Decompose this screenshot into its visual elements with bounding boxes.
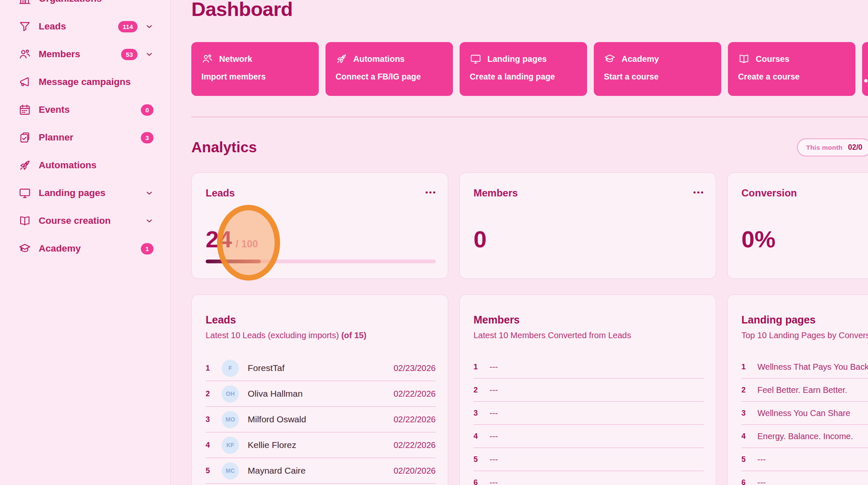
table-row[interactable]: 2Feel Better. Earn Better. [741, 379, 868, 402]
stat-title: Leads [206, 187, 235, 199]
sidebar-item-academy[interactable]: Academy 1 [0, 235, 170, 262]
avatar: F [222, 360, 239, 377]
row-rank: 1 [206, 364, 222, 373]
row-rank: 6 [741, 478, 757, 485]
row-rank: 4 [741, 432, 757, 441]
table-row[interactable]: 3 MO Milford Oswald 02/22/2026 [206, 407, 436, 432]
sidebar-item-course-creation[interactable]: Course creation [0, 207, 170, 235]
table-row[interactable]: 4Energy. Balance. Income. [741, 425, 868, 448]
table-row[interactable]: 3Wellness You Can Share [741, 402, 868, 425]
sidebar-item-planner[interactable]: Planner 3 [0, 124, 170, 151]
section-divider [191, 117, 868, 117]
sidebar-item-label: Events [39, 104, 133, 115]
chevron-down-icon[interactable] [145, 50, 153, 58]
row-rank: 2 [741, 386, 757, 395]
leads-current-value: 24 [206, 228, 232, 251]
lead-date: 02/22/2026 [394, 389, 436, 399]
row-rank: 2 [474, 386, 490, 395]
row-rank: 3 [474, 409, 490, 418]
lead-name: Maynard Caire [248, 466, 394, 476]
table-row[interactable]: 6--- [474, 471, 704, 485]
quick-action-subtitle: Start a course [604, 72, 711, 82]
sidebar-item-label: Landing pages [39, 188, 138, 199]
lists-row: Leads Latest 10 Leads (excluding imports… [191, 294, 868, 485]
sidebar-item-label: Members [39, 49, 114, 60]
list-subtitle: Latest 10 Leads (excluding imports) (of … [206, 329, 436, 341]
quick-action-subtitle: Connect a FB/IG page [336, 72, 443, 82]
table-row[interactable]: 5 MC Maynard Caire 02/20/2026 [206, 458, 436, 484]
chevron-down-icon[interactable] [145, 217, 153, 225]
stat-value: 24 / 100 [206, 228, 258, 251]
chevron-down-icon[interactable] [145, 189, 153, 197]
chevron-down-icon[interactable] [145, 22, 153, 31]
table-row[interactable]: 5--- [741, 448, 868, 471]
row-value: --- [490, 432, 498, 441]
open-book-icon [738, 53, 750, 65]
lead-name: Oliva Hallman [248, 389, 394, 399]
sidebar-item-label: Course creation [39, 215, 138, 226]
avatar: MC [222, 462, 239, 480]
quick-action-title: Landing pages [487, 54, 547, 64]
landing-pages-list-card: Landing pages Top 10 Landing Pages by Co… [727, 294, 868, 485]
landing-pages-rows: 1Wellness That Pays You Back 2Feel Bette… [741, 355, 868, 485]
stats-row: Leads 24 / 100 Members 0 Conversion 0% [191, 172, 868, 279]
main-content: Dashboard Network Import members Automat… [171, 0, 868, 485]
monitor-icon [470, 53, 482, 65]
members-list-card: Members Latest 10 Members Converted from… [459, 294, 716, 485]
table-row[interactable]: 1--- [474, 355, 704, 379]
planner-count-badge: 3 [141, 132, 153, 143]
sidebar-item-members[interactable]: Members 53 [0, 40, 170, 68]
quick-action-partial[interactable] [862, 42, 868, 96]
leads-max-value: / 100 [236, 239, 258, 249]
period-filter-chip[interactable]: This month 02/0 [797, 138, 868, 156]
period-label: This month [806, 144, 843, 151]
sidebar-item-events[interactable]: Events 0 [0, 96, 170, 124]
table-row[interactable]: 2 OH Oliva Hallman 02/22/2026 [206, 381, 436, 407]
rocket-icon [336, 53, 347, 65]
row-value: --- [490, 478, 498, 485]
analytics-heading: Analytics [191, 139, 257, 156]
row-value: Wellness That Pays You Back [757, 362, 868, 372]
table-row[interactable]: 4--- [474, 425, 704, 448]
sidebar-item-organizations[interactable]: Organizations [0, 0, 170, 13]
row-value: --- [490, 362, 498, 372]
graduation-cap-icon [19, 242, 31, 255]
ellipsis-menu-icon[interactable] [693, 191, 703, 193]
events-count-badge: 0 [141, 104, 153, 116]
lead-name: Milford Oswald [248, 414, 394, 424]
sidebar-nav: Organizations Leads 114 Members 53 Messa… [0, 0, 170, 262]
quick-action-landing-pages[interactable]: Landing pages Create a landing page [460, 42, 587, 96]
quick-action-automations[interactable]: Automations Connect a FB/IG page [326, 42, 453, 96]
quick-action-academy[interactable]: Academy Start a course [594, 42, 721, 96]
row-value: --- [490, 408, 498, 418]
quick-action-network[interactable]: Network Import members [191, 42, 319, 96]
table-row[interactable]: 1Wellness That Pays You Back [741, 355, 868, 379]
row-value: --- [757, 478, 766, 485]
sidebar-item-message-campaigns[interactable]: Message campaigns [0, 68, 170, 96]
sidebar-item-label: Academy [39, 243, 133, 254]
open-book-icon [19, 215, 31, 227]
partial-icon [864, 79, 868, 82]
avatar: KF [222, 437, 239, 454]
table-row[interactable]: 4 KF Kellie Florez 02/22/2026 [206, 432, 436, 458]
sidebar-item-automations[interactable]: Automations [0, 151, 170, 179]
megaphone-icon [19, 76, 31, 88]
sidebar-item-landing-pages[interactable]: Landing pages [0, 179, 170, 207]
table-row[interactable]: 5--- [474, 448, 704, 471]
avatar: OH [222, 385, 239, 403]
row-rank: 5 [741, 455, 757, 464]
quick-action-courses[interactable]: Courses Create a course [728, 42, 855, 96]
table-row[interactable]: 2--- [474, 379, 704, 402]
ellipsis-menu-icon[interactable] [426, 191, 435, 193]
row-value: --- [490, 455, 498, 464]
list-title: Members [474, 313, 704, 326]
row-rank: 5 [206, 466, 222, 475]
sidebar-item-leads[interactable]: Leads 114 [0, 13, 170, 40]
calendar-icon [19, 103, 31, 116]
quick-action-title: Academy [622, 54, 659, 64]
row-value: Energy. Balance. Income. [757, 432, 853, 441]
table-row[interactable]: 3--- [474, 402, 704, 425]
table-row[interactable]: 6--- [741, 471, 868, 485]
stat-card-members: Members 0 [459, 172, 716, 279]
table-row[interactable]: 1 F ForestTaf 02/23/2026 [206, 355, 436, 381]
